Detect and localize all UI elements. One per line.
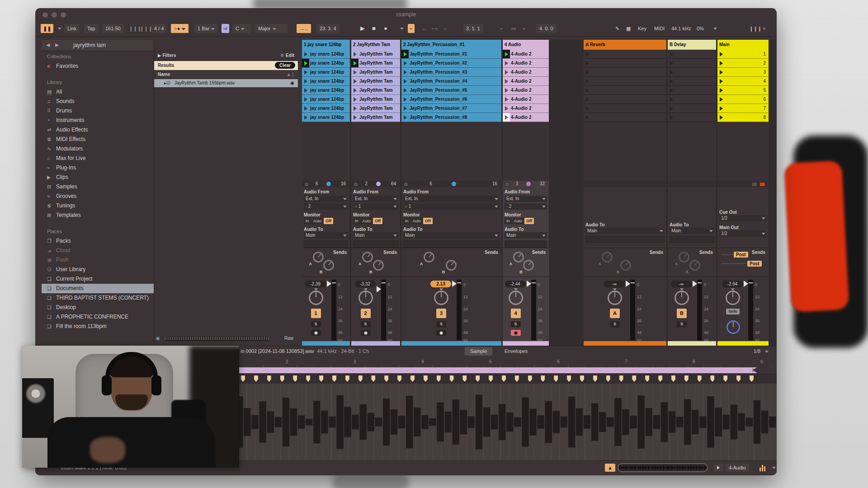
clip-slot[interactable]: JayRytthm Tam: [351, 86, 401, 95]
solo-button[interactable]: S: [511, 321, 521, 327]
warp-marker-icon[interactable]: [437, 375, 441, 382]
clip-slot[interactable]: 4-Audio 2: [503, 59, 549, 68]
clip-play-button[interactable]: [503, 113, 510, 122]
clip-play-button[interactable]: [401, 95, 409, 103]
preview-waveform-strip[interactable]: [165, 337, 269, 341]
audio-to-menu[interactable]: Main: [670, 228, 714, 234]
browser-back-icon[interactable]: ◀: [46, 42, 50, 48]
sidebar-item-samples[interactable]: ⊟Samples: [42, 182, 154, 192]
sidebar-item-modulators[interactable]: ∿Modulators: [42, 144, 154, 154]
warp-marker-icon[interactable]: [750, 375, 754, 382]
send-a-knob[interactable]: [424, 252, 434, 263]
punch-in-icon[interactable]: ⌐: [497, 24, 506, 33]
monitor-in[interactable]: In: [353, 218, 360, 224]
clip-play-button[interactable]: [401, 104, 409, 113]
warp-marker-icon[interactable]: [593, 375, 597, 382]
search-input[interactable]: jayrytthm tam: [73, 42, 106, 48]
loop-switch-icon[interactable]: ▭: [508, 24, 519, 33]
solo-button[interactable]: Solo: [726, 309, 740, 314]
return-stop-slot[interactable]: [584, 68, 667, 77]
return-stop-slot[interactable]: [668, 86, 717, 95]
chevron-down-icon[interactable]: [542, 206, 546, 208]
clip-slot[interactable]: JayRytthm_Percussion_#4: [401, 77, 502, 86]
preview-speaker-icon[interactable]: ◉: [156, 336, 160, 341]
empty-clip-slots[interactable]: [401, 122, 502, 181]
draw-mode-pencil-icon[interactable]: ✎: [612, 24, 623, 33]
empty-clip-slots[interactable]: [668, 122, 717, 181]
arm-button[interactable]: [311, 330, 321, 336]
chevron-down-icon[interactable]: [393, 235, 397, 237]
send-b-knob[interactable]: [523, 260, 534, 271]
sidebar-item-tunings[interactable]: ≶Tunings: [42, 201, 154, 211]
return-stop-slot[interactable]: [668, 95, 717, 104]
return-stop-slot[interactable]: [584, 86, 667, 95]
scale-flat-sharp-icon[interactable]: ♭♯: [222, 24, 229, 33]
clip-slot[interactable]: JayRytthm_Percussion_#6: [401, 95, 502, 104]
chevron-down-icon[interactable]: [58, 28, 61, 30]
clip-slot[interactable]: JayRytthm Tam: [351, 77, 401, 86]
pause-bars-icon[interactable]: ❚❚: [41, 24, 53, 33]
warp-marker-icon[interactable]: [580, 375, 584, 382]
fold-panel-button[interactable]: ▲: [605, 464, 615, 472]
warp-marker-icon[interactable]: [293, 375, 297, 382]
output-channel-box[interactable]: [304, 240, 348, 248]
loop-start-field[interactable]: 3. 1. 1: [463, 24, 483, 33]
warp-marker-icon[interactable]: [658, 375, 662, 382]
waveform-overview[interactable]: [618, 463, 708, 472]
clip-play-button[interactable]: [351, 113, 359, 122]
clip-play-button[interactable]: [503, 68, 510, 76]
clip-slot[interactable]: 4-Audio 2: [503, 50, 549, 59]
track-activator-button[interactable]: 4: [511, 309, 521, 318]
sidebar-item-third-baptist-stems-concert-[interactable]: ❏THIRD BAPTIST STEMS (CONCERT): [42, 293, 154, 303]
pan-knob[interactable]: [359, 291, 373, 305]
clip-slot[interactable]: JayRytthm Tam: [351, 113, 401, 122]
main-track-header[interactable]: Main: [717, 40, 769, 50]
monitor-off[interactable]: Off: [524, 218, 534, 224]
clip-play-button[interactable]: [401, 59, 409, 67]
send-a-knob[interactable]: [679, 252, 689, 263]
clip-slot[interactable]: 4-Audio 2: [503, 77, 549, 86]
stop-all-clips-icon[interactable]: [751, 182, 757, 187]
warp-marker-icon[interactable]: [450, 375, 454, 382]
clip-play-button-active[interactable]: [401, 50, 409, 58]
scene-slot[interactable]: 2: [717, 59, 769, 68]
main-out-menu[interactable]: 1/2: [719, 230, 767, 237]
track-header[interactable]: 3 JayRytthm_Percussion_#1: [401, 40, 502, 50]
chevron-down-icon[interactable]: [343, 206, 347, 208]
monitor-switch[interactable]: InAutoOff: [505, 218, 534, 224]
warp-marker-icon[interactable]: [698, 375, 702, 382]
clip-slot[interactable]: jay snare 124bp: [302, 77, 350, 86]
record-button[interactable]: ●: [381, 24, 391, 33]
clip-slot[interactable]: 4-Audio 2: [503, 104, 549, 113]
clip-slot[interactable]: jay snare 124bp: [302, 95, 350, 104]
levels-bars-icon[interactable]: [760, 464, 768, 471]
volume-value[interactable]: -∞: [671, 281, 692, 287]
monitor-off[interactable]: Off: [373, 218, 382, 224]
result-file-row[interactable]: ▸☑ JayRytthm Tamb 155bpm.wav ◉: [154, 79, 298, 87]
return-stop-slot[interactable]: [668, 59, 717, 68]
monitor-auto[interactable]: Auto: [411, 218, 423, 224]
warp-marker-icon[interactable]: [632, 375, 636, 382]
pan-knob[interactable]: [726, 291, 740, 305]
clip-slot[interactable]: jay snare 124bp: [302, 68, 350, 77]
output-channel-box[interactable]: [353, 240, 398, 248]
chevron-down-icon[interactable]: [660, 230, 663, 232]
clip-play-button[interactable]: [401, 77, 409, 85]
sidebar-item-instruments[interactable]: ◔Instruments: [42, 116, 154, 125]
computer-midi-keyboard-icon[interactable]: ▦: [623, 24, 634, 33]
send-b-knob[interactable]: [323, 260, 334, 271]
clip-play-button-active[interactable]: [302, 59, 309, 67]
punch-out-icon[interactable]: ¬: [519, 24, 528, 33]
output-channel-box[interactable]: [403, 240, 500, 248]
warp-marker-icon[interactable]: [241, 375, 245, 382]
warp-marker-icon[interactable]: [736, 375, 741, 382]
fader-arrow-icon[interactable]: [744, 281, 748, 287]
link-button[interactable]: Link: [64, 24, 80, 33]
clip-slot[interactable]: jay snare 124bp: [302, 59, 350, 68]
warp-marker-icon[interactable]: [567, 375, 571, 382]
clip-stop-square-icon[interactable]: [354, 182, 358, 187]
menu-icon[interactable]: ≡: [760, 24, 769, 33]
chevron-down-icon[interactable]: [495, 206, 498, 208]
audio-from-menu[interactable]: Ext. In: [403, 196, 500, 202]
clip-slot[interactable]: JayRytthm_Percussion_#2: [401, 59, 502, 68]
